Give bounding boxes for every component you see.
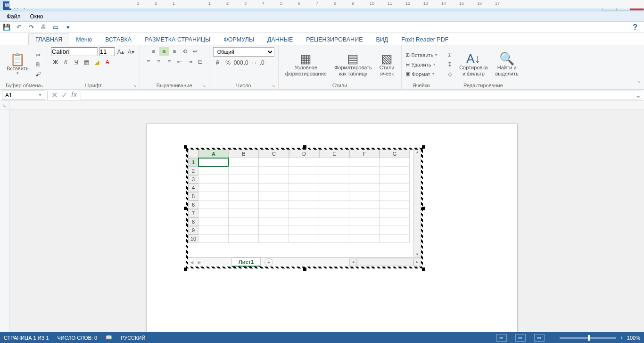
help-button[interactable]: ? [633, 23, 637, 32]
zoom-slider[interactable] [560, 337, 616, 339]
grow-font-icon[interactable]: A▴ [116, 48, 125, 56]
tab-insert[interactable]: ВСТАВКА [99, 34, 138, 45]
align-bottom-icon[interactable]: ≡ [170, 47, 179, 56]
status-page[interactable]: СТРАНИЦА 1 ИЗ 1 [4, 335, 49, 341]
cell[interactable] [380, 184, 410, 192]
paste-button[interactable]: 📋 Вставить ▼ [4, 52, 32, 77]
resize-handle[interactable] [422, 145, 425, 149]
view-web-icon[interactable]: ▭ [534, 334, 545, 342]
menu-file[interactable]: Файл [2, 12, 25, 21]
cancel-entry-icon[interactable]: ✕ [51, 91, 58, 100]
column-header[interactable]: B [229, 150, 259, 158]
cell[interactable] [319, 218, 349, 226]
insert-function-icon[interactable]: fx [71, 91, 77, 100]
cell[interactable] [380, 201, 410, 209]
cell[interactable] [229, 158, 259, 167]
cell[interactable] [259, 184, 289, 192]
cell[interactable] [259, 226, 289, 234]
row-header[interactable]: 2 [188, 167, 198, 175]
cell[interactable] [380, 218, 410, 226]
name-box[interactable]: A1▼ [2, 91, 45, 100]
row-header[interactable]: 3 [188, 175, 198, 184]
cell[interactable] [349, 175, 380, 184]
row-header[interactable]: 8 [188, 218, 198, 226]
underline-button[interactable]: Ч [72, 58, 81, 67]
align-center-icon[interactable]: ≡ [154, 58, 164, 66]
tab-view[interactable]: ВИД [369, 34, 395, 45]
cell[interactable] [319, 184, 349, 192]
align-middle-icon[interactable]: ≡ [159, 47, 169, 56]
tab-foxit[interactable]: Foxit Reader PDF [395, 34, 455, 45]
font-name-input[interactable] [51, 47, 98, 56]
qat-more-icon[interactable]: ▾ [63, 23, 73, 32]
zoom-level[interactable]: 100% [627, 335, 640, 341]
font-size-input[interactable] [99, 47, 115, 56]
cell[interactable] [198, 158, 229, 167]
accept-entry-icon[interactable]: ✓ [61, 91, 67, 100]
italic-button[interactable]: К [61, 58, 71, 67]
cell[interactable] [319, 201, 349, 209]
cell[interactable] [319, 192, 349, 201]
cell[interactable] [380, 167, 410, 175]
column-header[interactable]: D [289, 150, 319, 158]
cell-styles-button[interactable]: ▧Стилиячеек [377, 51, 397, 77]
cell[interactable] [259, 192, 289, 201]
cell[interactable] [198, 167, 229, 175]
view-print-icon[interactable]: ▭ [515, 334, 526, 342]
column-header[interactable]: G [380, 150, 410, 158]
cell[interactable] [289, 192, 319, 201]
cell[interactable] [319, 209, 349, 218]
cell[interactable] [259, 234, 289, 243]
embedded-spreadsheet[interactable]: ABCDEFG 12345678910 ◄ ► Лист1 + ◄► [186, 148, 423, 268]
cell[interactable] [349, 184, 380, 192]
column-header[interactable]: F [349, 150, 380, 158]
cell[interactable] [198, 201, 229, 209]
cell[interactable] [319, 226, 349, 234]
bold-button[interactable]: Ж [51, 58, 60, 67]
cell[interactable] [229, 184, 259, 192]
cell[interactable] [289, 167, 319, 175]
cell[interactable] [259, 175, 289, 184]
cell[interactable] [349, 192, 380, 201]
vertical-ruler[interactable] [0, 109, 9, 343]
tab-menu[interactable]: Меню [69, 34, 99, 45]
resize-handle[interactable] [422, 268, 425, 271]
status-language[interactable]: РУССКИЙ [121, 335, 145, 341]
align-left-icon[interactable]: ≡ [144, 58, 153, 66]
cell[interactable] [319, 167, 349, 175]
column-header[interactable]: A [198, 150, 229, 158]
cell[interactable] [229, 192, 259, 201]
cell[interactable] [229, 234, 259, 243]
number-format-select[interactable]: Общий [213, 47, 274, 57]
row-header[interactable]: 5 [188, 192, 198, 201]
cell[interactable] [380, 234, 410, 243]
status-proofing-icon[interactable]: 📖 [106, 335, 112, 341]
resize-handle[interactable] [184, 268, 187, 271]
cell[interactable] [198, 175, 229, 184]
font-color-icon[interactable]: A [103, 58, 112, 67]
dialog-launcher-icon[interactable]: ↘ [40, 84, 44, 88]
dialog-launcher-icon[interactable]: ↘ [272, 84, 275, 88]
cell[interactable] [349, 158, 380, 167]
resize-handle[interactable] [184, 145, 187, 149]
increase-decimal-icon[interactable]: .0→ [244, 59, 254, 67]
cell[interactable] [319, 234, 349, 243]
row-header[interactable]: 10 [188, 234, 198, 243]
cell[interactable] [229, 201, 259, 209]
sheet-vertical-scrollbar[interactable] [413, 150, 421, 257]
sheet-nav-prev-icon[interactable]: ◄ [188, 259, 196, 265]
cell[interactable] [380, 209, 410, 218]
wrap-text-icon[interactable]: ↩ [190, 47, 200, 56]
resize-handle[interactable] [303, 268, 306, 271]
zoom-control[interactable]: − + 100% [553, 335, 640, 341]
zoom-in-icon[interactable]: + [620, 335, 623, 341]
format-painter-icon[interactable]: 🖌 [33, 70, 43, 78]
zoom-out-icon[interactable]: − [553, 335, 556, 341]
cell[interactable] [349, 201, 380, 209]
cell[interactable] [289, 158, 319, 167]
find-select-button[interactable]: 🔍Найти ивыделить [493, 51, 521, 77]
tab-review[interactable]: РЕЦЕНЗИРОВАНИЕ [299, 34, 369, 45]
menu-window[interactable]: Окно [25, 12, 48, 21]
tab-layout[interactable]: РАЗМЕТКА СТРАНИЦЫ [138, 34, 217, 45]
cell[interactable] [198, 209, 229, 218]
